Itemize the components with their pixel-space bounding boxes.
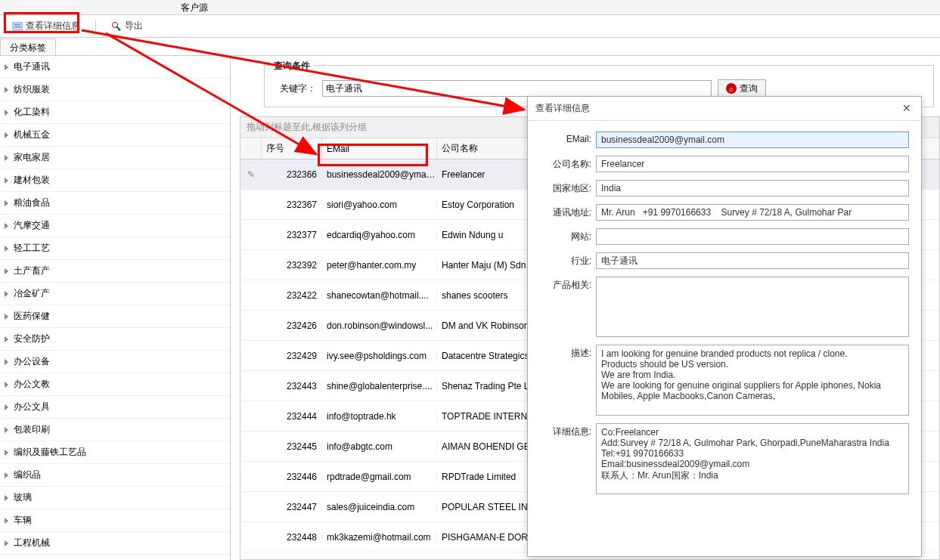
sidebar-item[interactable]: 纺织服装 (0, 79, 230, 101)
col-seq[interactable]: 序号 (262, 138, 322, 159)
cell-email: rpdtrade@gmail.com (322, 472, 437, 482)
sidebar-item[interactable]: 冶金矿产 (0, 283, 230, 305)
sidebar-item[interactable]: 建材包装 (0, 169, 230, 192)
detail-title: 查看详细信息 (535, 102, 590, 115)
sidebar-item[interactable]: 包装印刷 (0, 419, 230, 441)
cell-seq: 232443 (262, 381, 322, 391)
cell-email: shanecowtan@hotmail.... (322, 290, 437, 301)
sidebar-item[interactable]: 办公设备 (0, 351, 230, 373)
field-desc[interactable] (596, 345, 909, 416)
search-button[interactable]: ⌕ 查询 (718, 79, 766, 97)
cell-email: edcardiq@yahoo.com (322, 230, 437, 240)
cell-seq: 232426 (262, 320, 322, 331)
keyword-input[interactable] (322, 80, 712, 97)
top-menu-bar: 客户源 (0, 0, 940, 15)
detail-icon (12, 21, 23, 32)
sidebar-item[interactable]: 编织品 (0, 464, 230, 487)
cell-email: businessdeal2009@ymail.com (322, 169, 437, 180)
sidebar-item[interactable]: 化工染料 (0, 101, 230, 124)
export-label: 导出 (125, 20, 143, 32)
svg-rect-2 (14, 26, 20, 28)
cell-seq: 232447 (262, 502, 322, 512)
cell-email: info@abgtc.com (322, 441, 437, 452)
sidebar-item[interactable]: 办公文教 (0, 373, 230, 396)
lbl-detail: 详细信息: (534, 423, 591, 438)
cell-email: siori@yahoo.com (322, 200, 437, 210)
sidebar-item[interactable]: 医药保健 (0, 305, 230, 328)
cell-email: ivy.see@psholdings.com (322, 351, 437, 361)
search-icon: ⌕ (726, 83, 737, 94)
lbl-desc: 描述: (534, 345, 591, 360)
sidebar-item[interactable]: 安全防护 (0, 328, 230, 351)
col-email[interactable]: EMail (322, 138, 437, 159)
lbl-product: 产品相关: (534, 277, 591, 292)
sidebar-item[interactable]: 粮油食品 (0, 192, 230, 215)
field-addr[interactable] (596, 204, 909, 221)
sidebar-item[interactable]: 家电家居 (0, 147, 230, 169)
field-company[interactable] (596, 156, 909, 172)
lbl-country: 国家地区: (534, 180, 591, 195)
cell-email: don.robinson@windowsl... (322, 320, 437, 331)
lbl-website: 网站: (534, 228, 591, 243)
separator (95, 20, 96, 33)
view-detail-label: 查看详细信息 (26, 20, 80, 32)
cell-seq: 232444 (262, 411, 322, 422)
cell-seq: 232448 (262, 532, 322, 543)
sidebar-item[interactable]: 编织及藤铁工艺品 (0, 441, 230, 464)
lbl-email: EMail: (534, 131, 591, 144)
cell-seq: 232422 (262, 290, 322, 301)
view-detail-button[interactable]: 查看详细信息 (8, 17, 85, 36)
search-button-label: 查询 (740, 82, 758, 95)
sidebar-item[interactable]: 汽摩交通 (0, 215, 230, 237)
cell-seq: 232446 (262, 472, 322, 482)
cell-seq: 232445 (262, 441, 322, 452)
sidebar-item[interactable]: 土产畜产 (0, 260, 230, 283)
cell-seq: 232429 (262, 351, 322, 361)
cell-email: shine@globalenterprise.... (322, 381, 437, 391)
detail-popup: 查看详细信息 ✕ EMail: 公司名称: 国家地区: 通讯地址: 网站: 行业… (527, 96, 922, 557)
sidebar-item[interactable]: 轻工工艺 (0, 237, 230, 260)
row-indicator: ✎ (240, 169, 262, 180)
lbl-industry: 行业: (534, 252, 591, 268)
field-country[interactable] (596, 180, 909, 196)
cell-seq: 232366 (262, 169, 322, 180)
cell-email: peter@hanter.com.my (322, 260, 437, 271)
sidebar-item[interactable]: 机械五金 (0, 124, 230, 147)
toolbar: 查看详细信息 导出 (0, 15, 940, 38)
cell-seq: 232367 (262, 200, 322, 210)
svg-rect-1 (14, 24, 20, 26)
lbl-company: 公司名称: (534, 156, 591, 171)
cell-email: info@toptrade.hk (322, 411, 437, 422)
lbl-addr: 通讯地址: (534, 204, 591, 219)
cell-email: mk3kazemi@hotmail.com (322, 532, 437, 543)
cell-seq: 232392 (262, 260, 322, 271)
sidebar-item[interactable]: 车辆 (0, 509, 230, 532)
field-email[interactable] (596, 131, 909, 148)
field-detail[interactable] (596, 423, 909, 494)
sidebar-item[interactable]: 工程机械 (0, 532, 230, 555)
cell-seq: 232377 (262, 230, 322, 240)
field-product[interactable] (596, 277, 909, 337)
export-icon (111, 21, 122, 32)
field-website[interactable] (596, 228, 909, 245)
sidebar-item[interactable]: 电子通讯 (0, 56, 230, 79)
cell-email: sales@juiceindia.com (322, 502, 437, 512)
sidebar-item[interactable]: 办公文具 (0, 396, 230, 419)
sidebar-item[interactable]: 玻璃 (0, 487, 230, 509)
keyword-label: 关键字： (275, 82, 316, 95)
query-legend: 查询条件 (271, 60, 313, 73)
detail-header: 查看详细信息 ✕ (528, 97, 921, 121)
field-industry[interactable] (596, 252, 909, 269)
tab-strip: 分类标签 (0, 38, 940, 56)
tab-category[interactable]: 分类标签 (0, 39, 56, 55)
close-icon[interactable]: ✕ (900, 102, 914, 116)
category-sidebar: 电子通讯纺织服装化工染料机械五金家电家居建材包装粮油食品汽摩交通轻工工艺土产畜产… (0, 56, 231, 560)
export-button[interactable]: 导出 (107, 17, 147, 36)
menu-customer-source[interactable]: 客户源 (170, 0, 219, 14)
